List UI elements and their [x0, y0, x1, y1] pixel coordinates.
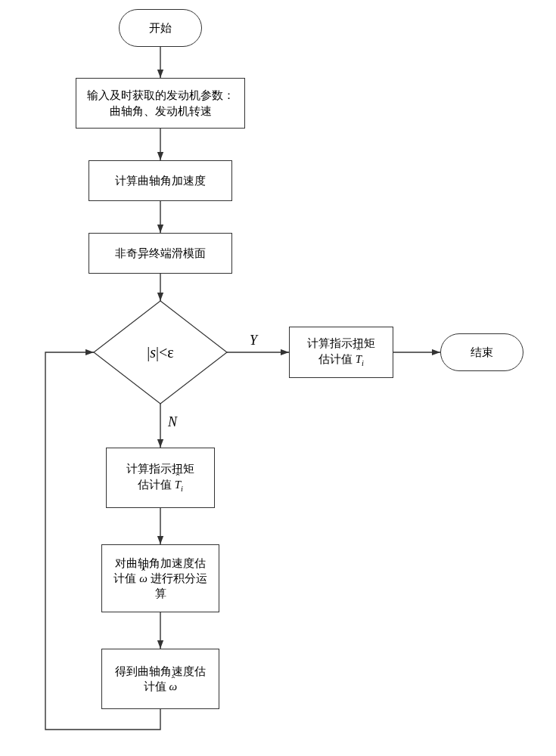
process-input-label: 输入及时获取的发动机参数：曲轴角、发动机转速: [82, 88, 238, 119]
calc-ti-no-line2: 估计值 Ti: [138, 477, 183, 494]
t-hat-2: T: [175, 477, 181, 492]
integrate-mid: 计值: [113, 572, 139, 584]
flowchart-canvas: 开始 输入及时获取的发动机参数：曲轴角、发动机转速 计算曲轴角加速度 非奇异终端…: [0, 0, 556, 756]
t-sub: i: [362, 359, 364, 367]
result-line1: 得到曲轴角速度估: [115, 664, 206, 679]
decision-rhs: ε: [167, 344, 173, 361]
result-mid: 计值: [144, 680, 169, 692]
process-calc-ti-yes: 计算指示扭矩 估计值 Ti: [289, 327, 393, 378]
calc-ti-no-line1: 计算指示扭矩: [126, 461, 194, 476]
omega-dot-hat: ω: [139, 571, 148, 586]
integrate-suffix: 进行积分运: [151, 572, 207, 584]
ti-symbol-yes: Ti: [356, 353, 364, 365]
calc-ti-no-mid: 估计值: [138, 479, 175, 491]
end-terminator: 结束: [440, 333, 523, 371]
integrate-line3: 算: [155, 586, 166, 601]
t-hat: T: [356, 352, 362, 367]
integrate-line2: 计值 ω 进行积分运: [113, 571, 207, 586]
omega-hat: ω: [169, 679, 178, 694]
decision-s-lt-eps: | s | < ε: [94, 301, 227, 404]
calc-ti-yes-line2: 估计值 Ti: [318, 352, 364, 369]
process-calc-acc-label: 计算曲轴角加速度: [115, 173, 206, 188]
edge-label-yes: Y: [250, 333, 257, 349]
decision-op: <: [159, 344, 167, 361]
process-sliding-surface: 非奇异终端滑模面: [89, 233, 232, 274]
end-label: 结束: [471, 345, 493, 360]
process-sliding-surface-label: 非奇异终端滑模面: [115, 246, 206, 261]
process-result: 得到曲轴角速度估 计值 ω: [101, 649, 219, 709]
start-terminator: 开始: [119, 9, 202, 47]
decision-expression: | s | < ε: [94, 301, 227, 404]
ti-symbol-no: Ti: [175, 479, 183, 491]
edge-label-no: N: [168, 414, 177, 430]
omega-vel-symbol: ω: [169, 680, 178, 692]
process-calc-ti-no: 计算指示扭矩 估计值 Ti: [106, 448, 215, 508]
process-integrate: 对曲轴角加速度估 计值 ω 进行积分运 算: [101, 544, 219, 612]
t-sub-2: i: [181, 485, 183, 493]
result-line2: 计值 ω: [144, 679, 177, 694]
start-label: 开始: [149, 20, 172, 36]
omega-acc-symbol: ω: [139, 572, 150, 584]
integrate-line1: 对曲轴角加速度估: [115, 556, 206, 571]
calc-ti-yes-mid: 估计值: [318, 353, 356, 365]
calc-ti-yes-line1: 计算指示扭矩: [307, 336, 375, 351]
process-input-params: 输入及时获取的发动机参数：曲轴角、发动机转速: [76, 78, 245, 129]
process-calc-acc: 计算曲轴角加速度: [89, 160, 232, 201]
decision-var: s: [150, 344, 156, 361]
